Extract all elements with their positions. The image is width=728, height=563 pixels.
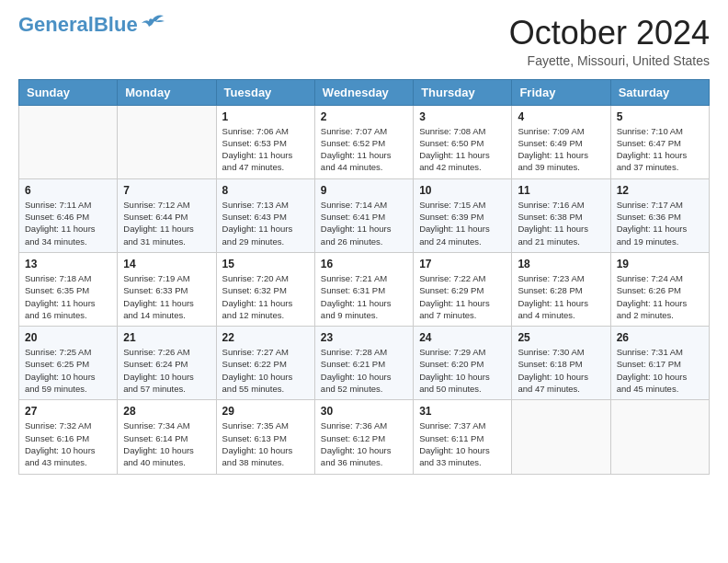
day-info: Sunrise: 7:18 AM Sunset: 6:35 PM Dayligh… (25, 272, 111, 321)
weekday-header-wednesday: Wednesday (314, 79, 413, 105)
day-number: 10 (419, 184, 506, 197)
day-cell: 3Sunrise: 7:08 AM Sunset: 6:50 PM Daylig… (414, 105, 512, 178)
day-number: 17 (419, 258, 506, 270)
weekday-header-friday: Friday (512, 79, 610, 105)
day-info: Sunrise: 7:29 AM Sunset: 6:20 PM Dayligh… (419, 346, 506, 395)
day-number: 29 (222, 405, 309, 418)
day-cell: 13Sunrise: 7:18 AM Sunset: 6:35 PM Dayli… (19, 252, 118, 326)
day-cell: 26Sunrise: 7:31 AM Sunset: 6:17 PM Dayli… (610, 327, 709, 400)
day-info: Sunrise: 7:12 AM Sunset: 6:44 PM Dayligh… (123, 199, 210, 247)
day-number: 11 (518, 184, 604, 197)
location: Fayette, Missouri, United States (509, 53, 710, 68)
day-info: Sunrise: 7:14 AM Sunset: 6:41 PM Dayligh… (321, 199, 407, 247)
day-cell: 21Sunrise: 7:26 AM Sunset: 6:24 PM Dayli… (118, 327, 216, 400)
day-cell (610, 400, 709, 474)
day-cell: 9Sunrise: 7:14 AM Sunset: 6:41 PM Daylig… (314, 178, 413, 252)
day-info: Sunrise: 7:07 AM Sunset: 6:52 PM Dayligh… (321, 125, 407, 174)
week-row-3: 13Sunrise: 7:18 AM Sunset: 6:35 PM Dayli… (19, 252, 710, 326)
logo: GeneralBlue (18, 15, 165, 35)
day-number: 5 (617, 110, 703, 123)
weekday-header-tuesday: Tuesday (216, 79, 314, 105)
day-info: Sunrise: 7:35 AM Sunset: 6:13 PM Dayligh… (222, 419, 309, 468)
day-cell: 14Sunrise: 7:19 AM Sunset: 6:33 PM Dayli… (118, 252, 216, 326)
day-cell (512, 400, 610, 474)
day-info: Sunrise: 7:11 AM Sunset: 6:46 PM Dayligh… (25, 199, 111, 247)
weekday-header-saturday: Saturday (610, 79, 709, 105)
week-row-2: 6Sunrise: 7:11 AM Sunset: 6:46 PM Daylig… (19, 178, 710, 252)
day-number: 6 (25, 184, 111, 197)
day-cell: 20Sunrise: 7:25 AM Sunset: 6:25 PM Dayli… (19, 327, 118, 400)
day-info: Sunrise: 7:17 AM Sunset: 6:36 PM Dayligh… (617, 199, 703, 247)
day-info: Sunrise: 7:27 AM Sunset: 6:22 PM Dayligh… (222, 346, 309, 395)
title-block: October 2024 Fayette, Missouri, United S… (509, 15, 710, 68)
day-info: Sunrise: 7:31 AM Sunset: 6:17 PM Dayligh… (617, 346, 703, 395)
logo-general: General (18, 13, 94, 36)
page: GeneralBlue October 2024 Fayette, Missou… (0, 0, 728, 493)
day-info: Sunrise: 7:06 AM Sunset: 6:53 PM Dayligh… (222, 125, 309, 174)
day-cell: 10Sunrise: 7:15 AM Sunset: 6:39 PM Dayli… (414, 178, 512, 252)
month-title: October 2024 (509, 15, 710, 52)
day-cell: 15Sunrise: 7:20 AM Sunset: 6:32 PM Dayli… (216, 252, 314, 326)
day-cell: 4Sunrise: 7:09 AM Sunset: 6:49 PM Daylig… (512, 105, 610, 178)
logo-bird-icon (140, 12, 165, 30)
day-number: 12 (617, 184, 703, 197)
day-number: 9 (321, 184, 407, 197)
day-info: Sunrise: 7:28 AM Sunset: 6:21 PM Dayligh… (321, 346, 407, 395)
day-cell: 8Sunrise: 7:13 AM Sunset: 6:43 PM Daylig… (216, 178, 314, 252)
day-number: 4 (518, 110, 604, 123)
calendar: SundayMondayTuesdayWednesdayThursdayFrid… (18, 79, 710, 475)
day-info: Sunrise: 7:32 AM Sunset: 6:16 PM Dayligh… (25, 419, 111, 468)
day-cell (19, 105, 118, 178)
day-cell (118, 105, 216, 178)
day-number: 19 (617, 258, 703, 270)
day-cell: 29Sunrise: 7:35 AM Sunset: 6:13 PM Dayli… (216, 400, 314, 474)
day-number: 24 (419, 331, 506, 344)
day-cell: 19Sunrise: 7:24 AM Sunset: 6:26 PM Dayli… (610, 252, 709, 326)
day-cell: 24Sunrise: 7:29 AM Sunset: 6:20 PM Dayli… (414, 327, 512, 400)
day-info: Sunrise: 7:10 AM Sunset: 6:47 PM Dayligh… (617, 125, 703, 174)
day-info: Sunrise: 7:22 AM Sunset: 6:29 PM Dayligh… (419, 272, 506, 321)
weekday-header-row: SundayMondayTuesdayWednesdayThursdayFrid… (19, 79, 710, 105)
day-number: 13 (25, 258, 111, 270)
day-cell: 12Sunrise: 7:17 AM Sunset: 6:36 PM Dayli… (610, 178, 709, 252)
day-number: 22 (222, 331, 309, 344)
week-row-1: 1Sunrise: 7:06 AM Sunset: 6:53 PM Daylig… (19, 105, 710, 178)
day-number: 28 (123, 405, 210, 418)
day-cell: 5Sunrise: 7:10 AM Sunset: 6:47 PM Daylig… (610, 105, 709, 178)
day-number: 15 (222, 258, 309, 270)
day-cell: 25Sunrise: 7:30 AM Sunset: 6:18 PM Dayli… (512, 327, 610, 400)
day-info: Sunrise: 7:19 AM Sunset: 6:33 PM Dayligh… (123, 272, 210, 321)
day-info: Sunrise: 7:37 AM Sunset: 6:11 PM Dayligh… (419, 419, 506, 468)
day-cell: 31Sunrise: 7:37 AM Sunset: 6:11 PM Dayli… (414, 400, 512, 474)
week-row-4: 20Sunrise: 7:25 AM Sunset: 6:25 PM Dayli… (19, 327, 710, 400)
logo-text: GeneralBlue (18, 15, 138, 35)
day-info: Sunrise: 7:09 AM Sunset: 6:49 PM Dayligh… (518, 125, 604, 174)
day-number: 14 (123, 258, 210, 270)
day-cell: 28Sunrise: 7:34 AM Sunset: 6:14 PM Dayli… (118, 400, 216, 474)
weekday-header-monday: Monday (118, 79, 216, 105)
day-number: 31 (419, 405, 506, 418)
day-cell: 23Sunrise: 7:28 AM Sunset: 6:21 PM Dayli… (314, 327, 413, 400)
day-info: Sunrise: 7:08 AM Sunset: 6:50 PM Dayligh… (419, 125, 506, 174)
day-info: Sunrise: 7:30 AM Sunset: 6:18 PM Dayligh… (518, 346, 604, 395)
day-number: 8 (222, 184, 309, 197)
day-number: 23 (321, 331, 407, 344)
day-cell: 27Sunrise: 7:32 AM Sunset: 6:16 PM Dayli… (19, 400, 118, 474)
weekday-header-thursday: Thursday (414, 79, 512, 105)
day-number: 21 (123, 331, 210, 344)
day-info: Sunrise: 7:20 AM Sunset: 6:32 PM Dayligh… (222, 272, 309, 321)
day-info: Sunrise: 7:26 AM Sunset: 6:24 PM Dayligh… (123, 346, 210, 395)
day-cell: 7Sunrise: 7:12 AM Sunset: 6:44 PM Daylig… (118, 178, 216, 252)
day-cell: 6Sunrise: 7:11 AM Sunset: 6:46 PM Daylig… (19, 178, 118, 252)
day-info: Sunrise: 7:24 AM Sunset: 6:26 PM Dayligh… (617, 272, 703, 321)
week-row-5: 27Sunrise: 7:32 AM Sunset: 6:16 PM Dayli… (19, 400, 710, 474)
day-cell: 22Sunrise: 7:27 AM Sunset: 6:22 PM Dayli… (216, 327, 314, 400)
day-cell: 17Sunrise: 7:22 AM Sunset: 6:29 PM Dayli… (414, 252, 512, 326)
weekday-header-sunday: Sunday (19, 79, 118, 105)
day-number: 25 (518, 331, 604, 344)
day-number: 3 (419, 110, 506, 123)
day-info: Sunrise: 7:13 AM Sunset: 6:43 PM Dayligh… (222, 199, 309, 247)
day-info: Sunrise: 7:15 AM Sunset: 6:39 PM Dayligh… (419, 199, 506, 247)
day-info: Sunrise: 7:23 AM Sunset: 6:28 PM Dayligh… (518, 272, 604, 321)
day-number: 20 (25, 331, 111, 344)
